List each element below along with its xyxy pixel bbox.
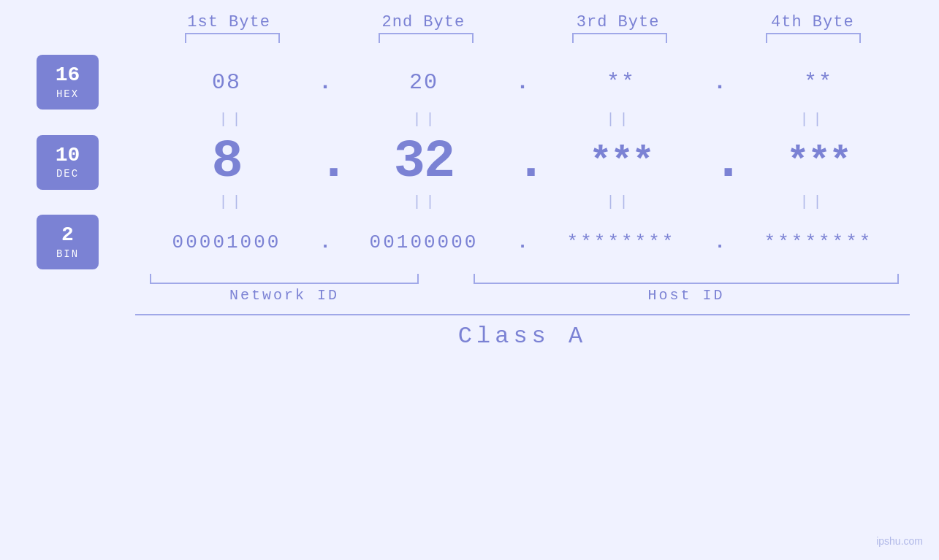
eq-3: || (522, 111, 716, 128)
id-labels-container: Network ID Host ID (135, 287, 910, 304)
hex-row: 16 HEX 08 . 20 . ** . ** (29, 55, 910, 110)
dec-dot-1: . (318, 132, 332, 192)
hex-label-box: 16 HEX (37, 55, 99, 110)
bracket-1 (135, 33, 329, 43)
watermark: ipshu.com (876, 535, 923, 547)
bin-dot-2: . (515, 231, 530, 253)
bin-byte-4: ******** (727, 231, 910, 253)
eq-2: || (329, 111, 522, 128)
byte-header-1: 1st Byte (132, 13, 326, 31)
host-id-bracket (474, 274, 898, 284)
hex-base: HEX (56, 88, 79, 100)
bin-dot-1: . (318, 231, 332, 253)
bin-values: 00001000 . 00100000 . ******** . *******… (135, 231, 910, 253)
network-id-bracket-wrap (135, 274, 433, 284)
bracket-spacer (433, 274, 463, 284)
class-line (135, 314, 910, 315)
hex-byte-4: ** (727, 70, 910, 95)
hex-dot-2: . (515, 70, 530, 95)
hex-dot-3: . (712, 70, 727, 95)
hex-number: 16 (56, 64, 80, 87)
bin-byte-3: ******** (530, 231, 712, 253)
byte-header-2: 2nd Byte (326, 13, 520, 31)
dec-byte-1: 8 (135, 132, 318, 192)
bracket-3 (522, 33, 716, 43)
dec-number: 10 (56, 145, 80, 167)
dec-dot-2: . (515, 132, 530, 192)
class-section: Class A (135, 314, 910, 350)
bin-dot-3: . (712, 231, 727, 253)
dec-label-box: 10 DEC (37, 135, 99, 190)
equals-row-1: || || || || (29, 111, 910, 128)
dec-base: DEC (56, 168, 79, 180)
network-id-bracket (150, 274, 418, 284)
dec-dot-3: . (712, 132, 727, 192)
eq2-2: || (329, 193, 522, 210)
hex-byte-3: ** (530, 70, 712, 95)
hex-byte-2: 20 (332, 70, 515, 95)
hex-dot-1: . (318, 70, 332, 95)
bracket-4 (716, 33, 910, 43)
equals-row-2: || || || || (29, 193, 910, 210)
byte-header-4: 4th Byte (715, 13, 910, 31)
bin-byte-1: 00001000 (135, 231, 318, 253)
main-container: 1st Byte 2nd Byte 3rd Byte 4th Byte 16 H… (0, 0, 939, 560)
dec-row: 10 DEC 8 . 32 . *** . *** (29, 132, 910, 192)
bin-byte-2: 00100000 (332, 231, 515, 253)
class-label: Class A (135, 323, 910, 350)
hex-values: 08 . 20 . ** . ** (135, 70, 910, 95)
hex-byte-1: 08 (135, 70, 318, 95)
eq2-4: || (716, 193, 910, 210)
bin-base: BIN (56, 248, 79, 260)
bin-number: 2 (61, 224, 74, 247)
bracket-2 (329, 33, 522, 43)
dec-byte-3: *** (530, 141, 712, 184)
bin-label-box: 2 BIN (37, 215, 99, 269)
dec-byte-2: 32 (332, 132, 515, 192)
host-id-label: Host ID (463, 287, 910, 304)
bin-row: 2 BIN 00001000 . 00100000 . ******** . *… (29, 215, 910, 269)
eq2-3: || (522, 193, 716, 210)
eq-1: || (135, 111, 329, 128)
dec-values: 8 . 32 . *** . *** (135, 132, 910, 192)
host-id-bracket-wrap (463, 274, 910, 284)
eq-4: || (716, 111, 910, 128)
bottom-brackets-container (135, 274, 910, 284)
network-id-label: Network ID (135, 287, 433, 304)
byte-header-3: 3rd Byte (521, 13, 715, 31)
eq2-1: || (135, 193, 329, 210)
byte-headers-row: 1st Byte 2nd Byte 3rd Byte 4th Byte (29, 13, 910, 31)
dec-byte-4: *** (727, 141, 910, 184)
